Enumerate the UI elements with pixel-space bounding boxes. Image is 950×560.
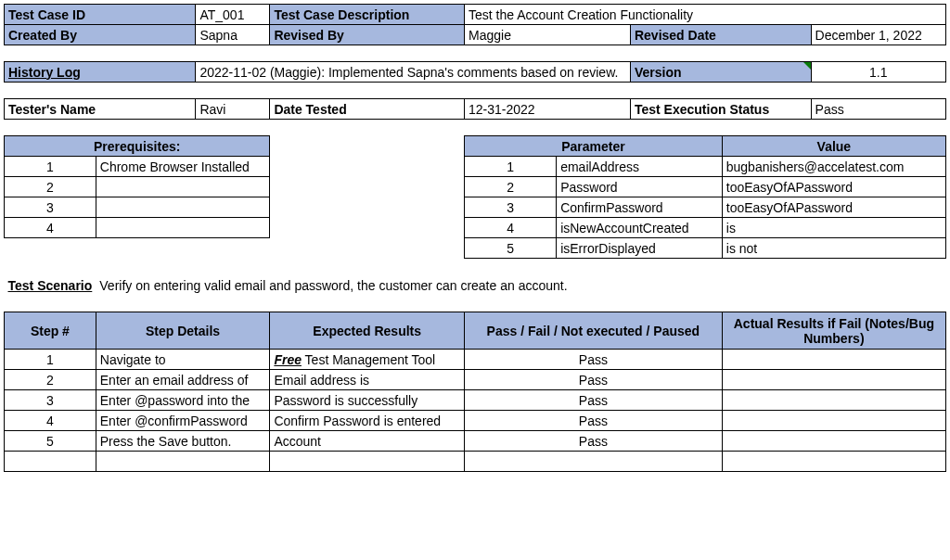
empty-cell[interactable]: [722, 452, 945, 472]
created-by-label: Created By: [5, 25, 196, 45]
param-num: 1: [465, 157, 557, 177]
prereq-cell[interactable]: [96, 177, 270, 197]
prereq-header: Prerequisites:: [5, 136, 270, 157]
param-value-cell[interactable]: bugbanishers@accelatest.com: [722, 157, 945, 177]
empty-cell[interactable]: [465, 452, 723, 472]
tester-name-label: Tester's Name: [5, 99, 196, 120]
step-num: 1: [5, 350, 96, 370]
revised-by-label: Revised By: [270, 25, 465, 45]
empty-cell[interactable]: [5, 452, 96, 472]
empty-cell[interactable]: [96, 452, 270, 472]
desc-cell[interactable]: Test the Account Creation Functionality: [465, 5, 946, 25]
scenario-label: Test Scenario: [5, 275, 96, 296]
param-value-cell[interactable]: is not: [722, 238, 945, 259]
passfail-cell[interactable]: Pass: [465, 350, 723, 370]
step-num: 5: [5, 431, 96, 452]
param-name-cell[interactable]: ConfirmPassword: [557, 197, 723, 218]
passfail-header: Pass / Fail / Not executed / Paused: [465, 312, 723, 350]
exec-status-label: Test Execution Status: [630, 99, 811, 120]
actual-cell[interactable]: [722, 350, 945, 370]
date-tested-label: Date Tested: [270, 99, 465, 120]
prereq-num: 1: [5, 157, 96, 177]
prereq-cell[interactable]: [96, 197, 270, 218]
prereq-cell[interactable]: Chrome Browser Installed: [96, 157, 270, 177]
actual-cell[interactable]: [722, 370, 945, 390]
param-num: 3: [465, 197, 557, 218]
passfail-cell[interactable]: Pass: [465, 431, 723, 452]
param-num: 2: [465, 177, 557, 197]
prereq-num: 2: [5, 177, 96, 197]
empty-cell[interactable]: [270, 452, 465, 472]
test-case-id-cell[interactable]: AT_001: [196, 5, 270, 25]
step-num: 3: [5, 390, 96, 411]
history-label: History Log: [5, 62, 196, 83]
param-value-cell[interactable]: tooEasyOfAPassword: [722, 177, 945, 197]
passfail-cell[interactable]: Pass: [465, 370, 723, 390]
prereq-num: 3: [5, 197, 96, 218]
expected-cell[interactable]: Email address is: [270, 370, 465, 390]
param-name-cell[interactable]: emailAddress: [557, 157, 723, 177]
expected-cell[interactable]: Account: [270, 431, 465, 452]
value-header: Value: [722, 136, 945, 157]
expected-cell[interactable]: Free Test Management Tool: [270, 350, 465, 370]
prereq-cell[interactable]: [96, 218, 270, 238]
scenario-cell[interactable]: Verify on entering valid email and passw…: [96, 275, 945, 296]
revised-date-cell[interactable]: December 1, 2022: [811, 25, 945, 45]
param-name-cell[interactable]: isErrorDisplayed: [557, 238, 723, 259]
step-details-cell[interactable]: Enter an email address of: [96, 370, 270, 390]
step-details-cell[interactable]: Press the Save button.: [96, 431, 270, 452]
passfail-cell[interactable]: Pass: [465, 411, 723, 431]
test-case-spreadsheet: Test Case ID AT_001 Test Case Descriptio…: [4, 4, 946, 472]
actual-cell[interactable]: [722, 390, 945, 411]
actual-header: Actual Results if Fail (Notes/Bug Number…: [722, 312, 945, 350]
desc-label: Test Case Description: [270, 5, 465, 25]
prereq-num: 4: [5, 218, 96, 238]
version-cell[interactable]: 1.1: [811, 62, 945, 83]
history-cell[interactable]: 2022-11-02 (Maggie): Implemented Sapna's…: [196, 62, 631, 83]
actual-cell[interactable]: [722, 431, 945, 452]
test-case-id-label: Test Case ID: [5, 5, 196, 25]
param-num: 5: [465, 238, 557, 259]
param-num: 4: [465, 218, 557, 238]
created-by-cell[interactable]: Sapna: [196, 25, 270, 45]
revised-by-cell[interactable]: Maggie: [465, 25, 631, 45]
param-name-cell[interactable]: isNewAccountCreated: [557, 218, 723, 238]
step-details-header: Step Details: [96, 312, 270, 350]
step-details-cell[interactable]: Enter @password into the: [96, 390, 270, 411]
param-name-cell[interactable]: Password: [557, 177, 723, 197]
param-value-cell[interactable]: is: [722, 218, 945, 238]
date-tested-cell[interactable]: 12-31-2022: [465, 99, 631, 120]
param-value-cell[interactable]: tooEasyOfAPassword: [722, 197, 945, 218]
actual-cell[interactable]: [722, 411, 945, 431]
tester-name-cell[interactable]: Ravi: [196, 99, 270, 120]
step-num: 2: [5, 370, 96, 390]
step-details-cell[interactable]: Enter @confirmPassword: [96, 411, 270, 431]
expected-header: Expected Results: [270, 312, 465, 350]
exec-status-cell[interactable]: Pass: [811, 99, 945, 120]
step-details-cell[interactable]: Navigate to: [96, 350, 270, 370]
revised-date-label: Revised Date: [630, 25, 811, 45]
version-label: Version: [630, 62, 811, 83]
parameter-header: Parameter: [465, 136, 723, 157]
expected-cell[interactable]: Password is successfully: [270, 390, 465, 411]
expected-cell[interactable]: Confirm Password is entered: [270, 411, 465, 431]
step-num: 4: [5, 411, 96, 431]
passfail-cell[interactable]: Pass: [465, 390, 723, 411]
step-num-header: Step #: [5, 312, 96, 350]
